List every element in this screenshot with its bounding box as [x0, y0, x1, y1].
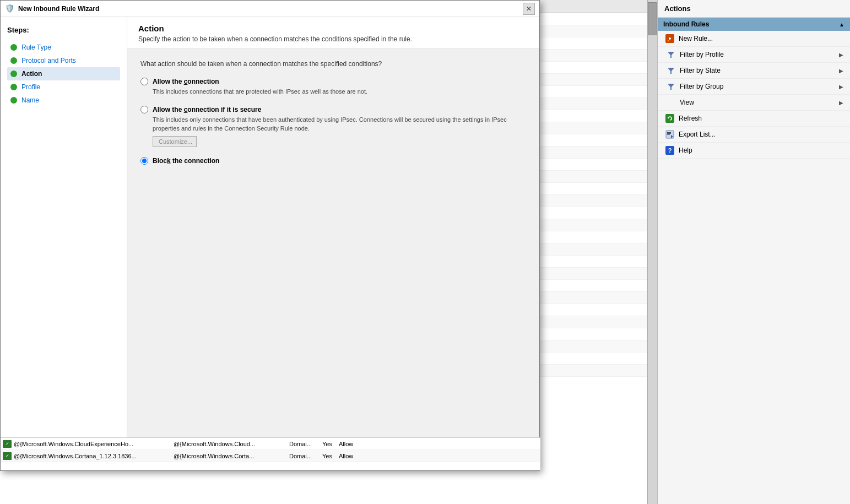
radio-block-input[interactable] [140, 157, 148, 165]
step-label-name: Name [21, 96, 39, 104]
filter-group-icon [665, 82, 676, 91]
content-body: What action should be taken when a conne… [127, 49, 539, 440]
radio-secure-input[interactable] [140, 106, 148, 113]
wizard-title-text: New Inbound Rule Wizard [18, 5, 523, 13]
refresh-label: Refresh [679, 115, 843, 122]
radio-secure-label: Allow the connection if it is secure [153, 106, 261, 113]
new-rule-menu-item[interactable]: New Rule... [658, 31, 850, 47]
view-menu-item[interactable]: View ▶ [658, 95, 850, 111]
row-action: Allow [339, 441, 366, 447]
step-dot-icon [10, 71, 17, 77]
radio-allow-row: Allow the connection [140, 78, 526, 85]
wizard-main-area: Steps: Rule Type Protocol and Ports Acti… [1, 17, 539, 470]
submenu-arrow-icon: ▶ [839, 52, 843, 58]
refresh-icon [664, 114, 675, 123]
list-item[interactable]: ✓ @{Microsoft.Windows.Cortana_1.12.3.183… [1, 450, 540, 462]
wizard-close-button[interactable]: ✕ [523, 3, 535, 15]
radio-option-secure: Allow the connection if it is secure Thi… [140, 106, 526, 147]
chevron-up-icon: ▲ [839, 21, 844, 28]
wizard-dialog: 🛡️ New Inbound Rule Wizard ✕ Steps: Rule… [0, 0, 540, 471]
svg-marker-5 [668, 68, 674, 74]
content-title: Action [138, 24, 528, 33]
svg-marker-6 [668, 84, 674, 90]
row-profile: Domai... [289, 441, 322, 447]
step-label-profile: Profile [21, 83, 40, 91]
row-name: @{Microsoft.Windows.Cortana_1.12.3.1836.… [14, 453, 174, 459]
customize-button[interactable]: Customize... [153, 136, 197, 147]
filter-by-profile-menu-item[interactable]: Filter by Profile ▶ [658, 47, 850, 63]
row-group: @{Microsoft.Windows.Corta... [174, 453, 289, 459]
svg-rect-7 [665, 114, 674, 123]
step-action[interactable]: Action [7, 67, 120, 80]
row-icon: ✓ [3, 452, 12, 460]
radio-option-block: Block the connection [140, 157, 526, 167]
row-profile: Domai... [289, 453, 322, 459]
svg-rect-11 [667, 133, 671, 134]
help-menu-item[interactable]: ? Help [658, 143, 850, 159]
svg-marker-4 [668, 52, 674, 58]
steps-title: Steps: [7, 26, 120, 34]
view-icon [665, 98, 676, 107]
wizard-content: Action Specify the action to be taken wh… [127, 17, 539, 470]
step-profile[interactable]: Profile [7, 80, 120, 94]
radio-allow-input[interactable] [140, 78, 148, 85]
step-name[interactable]: Name [7, 94, 120, 107]
row-group: @{Microsoft.Windows.Cloud... [174, 441, 289, 447]
step-label-rule-type: Rule Type [21, 44, 51, 51]
submenu-arrow-icon: ▶ [839, 68, 843, 74]
bottom-table-visible: ✓ @{Microsoft.Windows.CloudExperienceHo.… [1, 437, 540, 470]
content-header: Action Specify the action to be taken wh… [127, 17, 539, 49]
export-icon [664, 130, 675, 139]
step-dot-icon [10, 57, 17, 64]
new-rule-icon [664, 34, 675, 43]
scrollbar-thumb[interactable] [648, 2, 657, 35]
new-rule-label: New Rule... [679, 35, 843, 42]
inbound-rules-header[interactable]: Inbound Rules ▲ [658, 18, 850, 31]
wizard-question: What action should be taken when a conne… [140, 60, 526, 68]
view-label: View [680, 99, 839, 106]
help-label: Help [679, 147, 843, 154]
row-action: Allow [339, 453, 366, 459]
row-enabled: Yes [322, 453, 339, 459]
step-label-action: Action [21, 70, 42, 78]
row-icon: ✓ [3, 440, 12, 448]
inbound-rules-label: Inbound Rules [663, 20, 709, 28]
filter-profile-label: Filter by Profile [680, 51, 839, 58]
filter-group-label: Filter by Group [680, 83, 839, 90]
actions-panel: Actions Inbound Rules ▲ New Rule... [657, 0, 850, 504]
filter-by-group-menu-item[interactable]: Filter by Group ▶ [658, 79, 850, 95]
refresh-menu-item[interactable]: Refresh [658, 111, 850, 127]
content-subtitle: Specify the action to be taken when a co… [138, 35, 528, 43]
table-scrollbar[interactable] [647, 0, 657, 504]
submenu-arrow-icon: ▶ [839, 84, 843, 90]
filter-icon [665, 50, 676, 59]
step-dot-icon [10, 44, 17, 51]
step-label-protocol: Protocol and Ports [21, 57, 76, 64]
step-dot-icon [10, 84, 17, 90]
row-name: @{Microsoft.Windows.CloudExperienceHo... [14, 441, 174, 447]
radio-option-allow: Allow the connection This includes conne… [140, 78, 526, 96]
list-item[interactable]: ✓ @{Microsoft.Windows.CloudExperienceHo.… [1, 438, 540, 450]
wizard-titlebar-icon: 🛡️ [5, 4, 15, 14]
svg-rect-10 [667, 132, 671, 133]
svg-rect-12 [667, 134, 670, 135]
wizard-overlay: 🛡️ New Inbound Rule Wizard ✕ Steps: Rule… [0, 0, 540, 504]
filter-by-state-menu-item[interactable]: Filter by State ▶ [658, 63, 850, 79]
row-enabled: Yes [322, 441, 339, 447]
radio-secure-row: Allow the connection if it is secure [140, 106, 526, 113]
actions-panel-title: Actions [658, 0, 850, 18]
filter-state-icon [665, 66, 676, 75]
submenu-arrow-icon: ▶ [839, 100, 843, 106]
step-protocol-ports[interactable]: Protocol and Ports [7, 54, 120, 67]
radio-group: Allow the connection This includes conne… [140, 78, 526, 177]
step-dot-icon [10, 97, 17, 104]
radio-block-row: Block the connection [140, 157, 526, 165]
export-list-label: Export List... [679, 131, 843, 138]
radio-allow-desc: This includes connections that are prote… [153, 88, 526, 96]
wizard-titlebar: 🛡️ New Inbound Rule Wizard ✕ [1, 1, 539, 17]
filter-state-label: Filter by State [680, 67, 839, 74]
export-list-menu-item[interactable]: Export List... [658, 127, 850, 143]
svg-rect-2 [669, 37, 670, 40]
radio-secure-desc: This includes only connections that have… [153, 116, 526, 133]
step-rule-type[interactable]: Rule Type [7, 41, 120, 54]
